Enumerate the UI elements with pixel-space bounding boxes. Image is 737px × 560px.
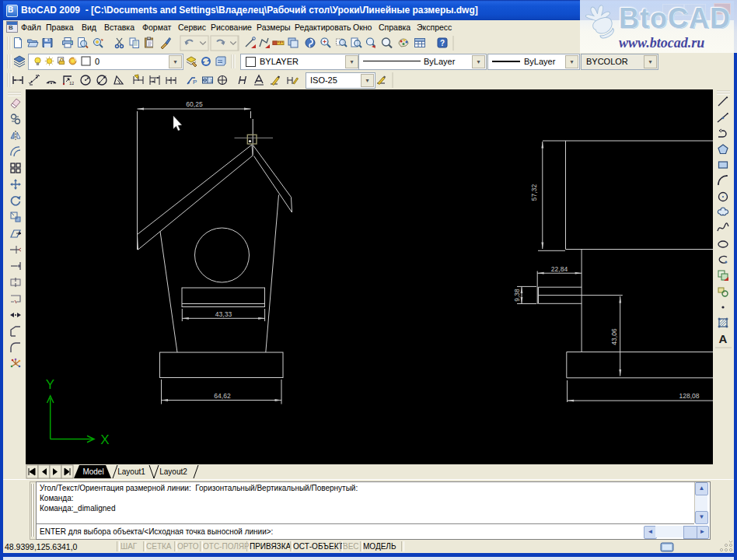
- svg-text:Layout1: Layout1: [117, 467, 145, 476]
- svg-text:X: X: [100, 432, 109, 447]
- svg-text:Y: Y: [46, 377, 54, 392]
- svg-text:64,62: 64,62: [214, 392, 231, 400]
- svg-text:57,32: 57,32: [530, 184, 538, 201]
- svg-text:22,84: 22,84: [551, 265, 568, 273]
- svg-text:Model: Model: [82, 467, 103, 476]
- svg-text:60,25: 60,25: [186, 100, 203, 108]
- svg-text:43,06: 43,06: [610, 328, 618, 345]
- svg-text:9,38: 9,38: [513, 289, 521, 302]
- svg-text:43,33: 43,33: [215, 310, 232, 318]
- svg-text:128,08: 128,08: [679, 392, 700, 400]
- svg-text:Layout2: Layout2: [159, 467, 187, 476]
